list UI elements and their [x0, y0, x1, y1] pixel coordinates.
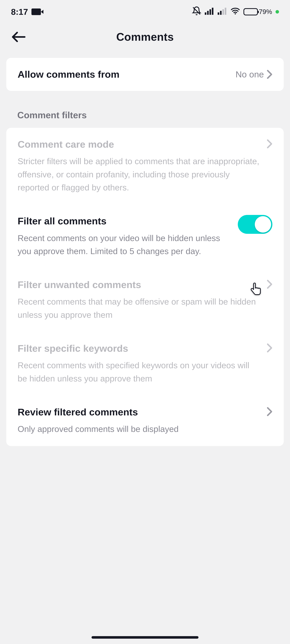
card-allow-comments: Allow comments from No one — [6, 58, 284, 91]
wifi-icon — [230, 7, 240, 17]
svg-point-9 — [235, 13, 236, 14]
home-indicator[interactable] — [92, 636, 198, 639]
row-desc: Recent comments that may be offensive or… — [18, 295, 260, 321]
row-unwanted[interactable]: Filter unwanted comments Recent comments… — [6, 268, 284, 332]
title-bar: Comments — [0, 24, 290, 50]
toggle-filter-all[interactable] — [238, 215, 272, 234]
status-left: 8:17 — [11, 7, 41, 17]
bell-off-icon — [192, 6, 201, 18]
row-review-filtered[interactable]: Review filtered comments Only approved c… — [6, 396, 284, 446]
status-right: 79% — [192, 6, 279, 18]
row-title: Comment care mode — [18, 138, 260, 150]
svg-rect-5 — [218, 12, 219, 15]
signal-strength-secondary-icon — [218, 7, 227, 17]
svg-rect-7 — [222, 9, 224, 15]
battery-percentage: 79% — [259, 8, 272, 16]
row-desc: Recent comments on your video will be hi… — [18, 232, 232, 258]
svg-rect-3 — [210, 9, 211, 15]
chevron-right-icon — [267, 280, 272, 289]
signal-strength-icon — [205, 7, 214, 17]
svg-rect-8 — [225, 8, 226, 15]
svg-rect-4 — [212, 8, 214, 15]
status-bar: 8:17 — [0, 0, 290, 24]
svg-rect-6 — [220, 11, 222, 15]
video-recording-icon — [32, 8, 41, 15]
chevron-right-icon — [267, 139, 272, 148]
back-button[interactable] — [10, 28, 27, 46]
svg-rect-1 — [205, 12, 206, 15]
row-care-mode[interactable]: Comment care mode Stricter filters will … — [6, 128, 284, 205]
row-title: Review filtered comments — [18, 406, 260, 418]
row-title: Filter unwanted comments — [18, 278, 260, 291]
card-comment-filters: Comment care mode Stricter filters will … — [6, 128, 284, 446]
row-value-container: No one — [236, 69, 272, 80]
chevron-right-icon — [267, 70, 272, 79]
row-filter-all: Filter all comments Recent comments on y… — [6, 204, 284, 268]
row-desc: Only approved comments will be displayed — [18, 422, 260, 436]
chevron-right-icon — [267, 407, 272, 416]
phone-frame: 8:17 — [0, 0, 290, 644]
battery-icon — [244, 8, 258, 16]
chevron-right-icon — [267, 343, 272, 353]
toggle-knob — [255, 216, 271, 232]
svg-rect-2 — [207, 11, 209, 15]
camera-active-dot — [276, 10, 279, 14]
row-title: Filter specific keywords — [18, 342, 260, 354]
row-title: Allow comments from — [18, 68, 229, 80]
page-title: Comments — [116, 31, 174, 43]
row-desc: Recent comments with specified keywords … — [18, 359, 260, 385]
battery-indicator: 79% — [244, 8, 272, 16]
section-header-filters: Comment filters — [0, 110, 290, 120]
status-time: 8:17 — [11, 7, 28, 17]
row-allow-comments-from[interactable]: Allow comments from No one — [6, 58, 284, 91]
row-value-text: No one — [236, 69, 264, 80]
row-desc: Stricter filters will be applied to comm… — [18, 155, 260, 194]
row-title: Filter all comments — [18, 215, 232, 227]
row-keywords[interactable]: Filter specific keywords Recent comments… — [6, 332, 284, 396]
